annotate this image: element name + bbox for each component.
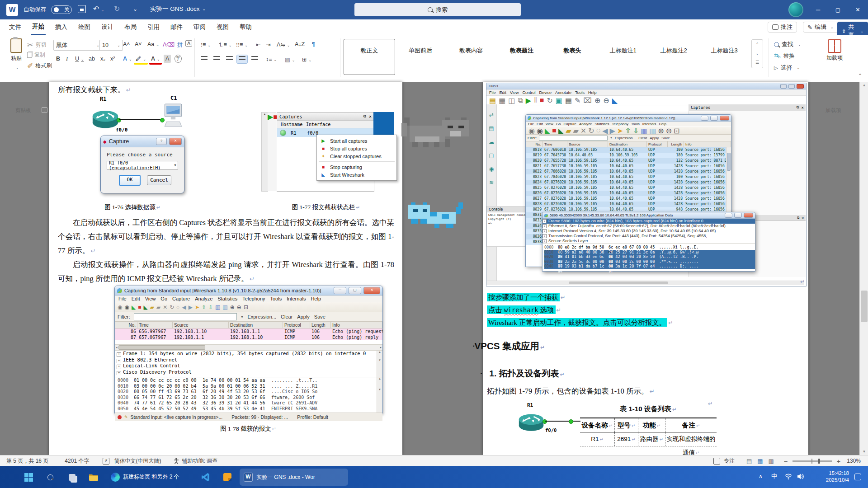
float-panel-icon[interactable]: ⧉ bbox=[797, 105, 799, 110]
toolbar-icon[interactable]: ◣ bbox=[132, 305, 136, 310]
toolbar-icon[interactable]: ◀ bbox=[602, 127, 608, 135]
toolbar-icon[interactable]: ◌ bbox=[176, 305, 179, 310]
bold-icon[interactable]: B bbox=[54, 55, 62, 63]
scroll-thumb[interactable] bbox=[727, 153, 731, 171]
toolbar-icon[interactable]: ⊡ bbox=[674, 127, 679, 135]
menu-item[interactable]: Statistics bbox=[595, 122, 609, 126]
toolbar-icon[interactable]: ✕ bbox=[163, 305, 167, 310]
menu-item[interactable]: Annotate bbox=[555, 90, 571, 95]
packet-row[interactable]: 8823 67.7846020 10.106.59.105 10.64.40.6… bbox=[526, 174, 731, 180]
clear-formatting-icon[interactable]: A⌫ bbox=[161, 40, 176, 49]
minimize-button[interactable] bbox=[701, 116, 708, 121]
toolbar-icon[interactable]: ◉ bbox=[528, 127, 535, 135]
font-name-select[interactable]: 黑体⌄ bbox=[53, 40, 102, 51]
show-marks-icon[interactable]: ¶ bbox=[310, 40, 317, 48]
column-header[interactable]: No. bbox=[115, 322, 137, 328]
editing-mode-button[interactable]: ✎编辑⌄ bbox=[803, 22, 838, 33]
notification-center-icon[interactable] bbox=[854, 474, 861, 480]
detail-line[interactable]: +Cisco Discovery Protocol bbox=[115, 369, 382, 375]
ribbon-tab[interactable]: 视图 bbox=[215, 20, 230, 34]
horizontal-scrollbar[interactable] bbox=[487, 281, 804, 285]
align-center-icon[interactable] bbox=[212, 55, 222, 63]
save-icon[interactable] bbox=[78, 5, 86, 13]
packet-row[interactable]: 8824 67.8276020 10.106.59.105 10.64.40.6… bbox=[526, 180, 731, 185]
shrink-font-icon[interactable]: A˅ bbox=[133, 40, 144, 48]
style-item[interactable]: 单图前后 bbox=[395, 39, 446, 75]
toolbar-icon[interactable]: ▰ bbox=[156, 305, 160, 310]
column-header[interactable]: No. bbox=[526, 141, 543, 147]
device-icon[interactable]: ⇄ bbox=[486, 112, 496, 118]
language-indicator[interactable]: 简体中文(中国大陆) bbox=[114, 457, 161, 465]
toolbar-icon[interactable]: ⊕ bbox=[594, 96, 600, 105]
highlight-color-icon[interactable]: 🖉⌄ bbox=[134, 55, 148, 65]
wireshark-titlebar[interactable]: Capturing from Standard input [Wireshark… bbox=[526, 115, 731, 122]
comments-button[interactable]: 批注 bbox=[768, 22, 797, 33]
source-select[interactable]: R1 f0/0 (encapsulation:ETH) ▼ bbox=[107, 161, 178, 169]
edge-tab-label[interactable]: 新建标签页 和另外 2 个 bbox=[123, 473, 179, 481]
align-left-icon[interactable] bbox=[199, 55, 209, 63]
shading-bucket-icon[interactable]: ▨⌄ bbox=[283, 55, 297, 64]
toolbar-icon[interactable]: ➤ bbox=[195, 305, 199, 310]
detail-line[interactable]: +Logical-Link Control bbox=[115, 363, 382, 369]
menu-item[interactable]: Go bbox=[160, 296, 167, 301]
minimize-button[interactable] bbox=[780, 84, 787, 89]
ribbon-tab[interactable]: 帮助 bbox=[238, 20, 253, 34]
zoom-slider-thumb[interactable] bbox=[818, 459, 820, 464]
file-explorer-button[interactable] bbox=[86, 469, 101, 485]
ok-button[interactable]: OK bbox=[119, 175, 141, 186]
style-item[interactable]: 教表内容 bbox=[446, 39, 496, 75]
replace-button[interactable]: ⇆b替换 bbox=[774, 52, 795, 60]
gns3-titlebar[interactable]: GNS3 bbox=[486, 83, 806, 89]
cancel-button[interactable]: Cancel bbox=[147, 175, 171, 185]
menu-item[interactable]: Statistics bbox=[217, 296, 237, 301]
zoom-level[interactable]: 130% bbox=[847, 458, 861, 464]
distribute-icon[interactable] bbox=[250, 55, 260, 63]
text-effects-icon[interactable]: A⌄ bbox=[121, 55, 134, 63]
ribbon-tab[interactable]: 审阅 bbox=[192, 20, 207, 34]
italic-icon[interactable]: I bbox=[64, 55, 70, 63]
close-button[interactable]: ✕ bbox=[848, 0, 868, 19]
ribbon-tab[interactable]: 开始 bbox=[31, 19, 46, 35]
asian-layout-icon[interactable]: A⇋⌄ bbox=[275, 40, 292, 49]
ribbon-tab[interactable]: 引用 bbox=[146, 20, 161, 34]
toolbar-icon[interactable]: ■ bbox=[138, 305, 141, 310]
column-header[interactable]: Length bbox=[310, 322, 331, 328]
toolbar-icon[interactable]: ⊕ bbox=[230, 305, 235, 310]
column-header[interactable]: Protocol bbox=[647, 141, 668, 147]
strikethrough-icon[interactable]: ab bbox=[87, 55, 97, 63]
close-button[interactable] bbox=[720, 116, 729, 121]
web-layout-icon[interactable]: ▥ bbox=[768, 458, 774, 465]
sort-icon[interactable]: A↓Z bbox=[293, 40, 307, 48]
context-menu-item[interactable]: ◣ Start Wireshark bbox=[317, 171, 396, 178]
dialog-close-button[interactable]: ✕ bbox=[169, 138, 182, 145]
clipboard-launcher-icon[interactable]: ⌟ bbox=[42, 107, 47, 113]
dialog-help-button[interactable]: ? bbox=[156, 138, 167, 145]
toolbar-icon[interactable]: ⌧ bbox=[583, 96, 591, 105]
wireshark-titlebar[interactable]: Capturing from Standard input [Wireshark… bbox=[115, 286, 382, 296]
router-icon[interactable] bbox=[518, 410, 544, 432]
ribbon-tab[interactable]: 绘图 bbox=[77, 20, 92, 34]
menu-item[interactable]: Internals bbox=[642, 122, 656, 126]
packet-row[interactable]: 8818 67.7606010 10.106.59.105 10.64.40.6… bbox=[526, 147, 731, 153]
toolbar-icon[interactable]: ⊖ bbox=[237, 305, 241, 310]
font-size-select[interactable]: 10⌄ bbox=[99, 40, 123, 51]
zoom-out-button[interactable]: − bbox=[784, 457, 788, 465]
column-header[interactable]: Info bbox=[331, 322, 382, 328]
undo-icon[interactable]: ↶⌄ bbox=[93, 5, 104, 13]
filter-input[interactable] bbox=[134, 313, 237, 320]
capture-tool-icon[interactable]: ▶ bbox=[268, 113, 273, 121]
scroll-thumb[interactable] bbox=[861, 291, 868, 322]
style-item[interactable]: 上标题注2 bbox=[648, 39, 699, 75]
word-count[interactable]: 4201 个字 bbox=[65, 457, 89, 465]
line-spacing-icon[interactable]: ↕≡⌄ bbox=[264, 55, 278, 63]
multilevel-list-icon[interactable]: ⁝⁝≡⌄ bbox=[234, 40, 250, 49]
copy-button[interactable]: 复制 bbox=[27, 51, 45, 59]
filter-link[interactable]: Save bbox=[661, 136, 670, 140]
borders-icon[interactable]: ⊞⌄ bbox=[300, 55, 313, 64]
column-header[interactable]: Destination bbox=[229, 322, 283, 328]
menu-item[interactable]: View bbox=[145, 296, 156, 301]
maximize-button[interactable] bbox=[788, 84, 795, 89]
ribbon-tab[interactable]: 设计 bbox=[100, 20, 115, 34]
menu-item[interactable]: Help bbox=[659, 122, 666, 126]
column-header[interactable]: Time bbox=[543, 141, 567, 147]
